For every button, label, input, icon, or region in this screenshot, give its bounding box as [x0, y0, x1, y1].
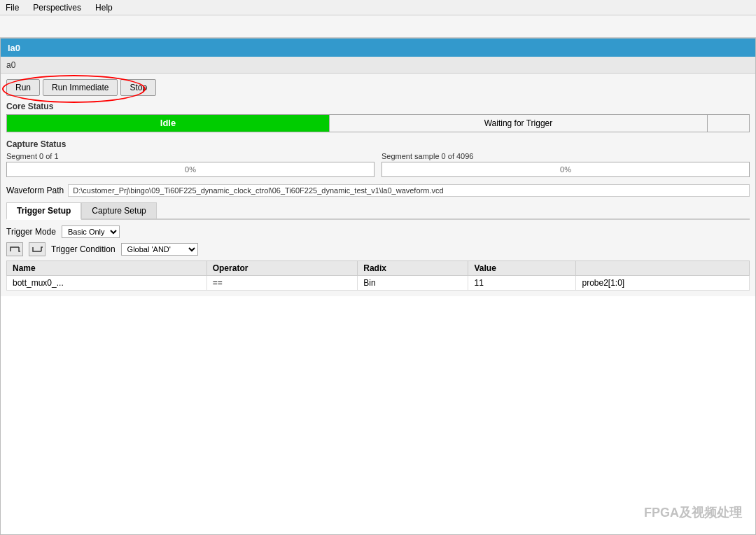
cell-name: bott_mux0_... [7, 276, 207, 291]
trigger-condition-label: Trigger Condition [51, 244, 115, 254]
capture-col-sample: Segment sample 0 of 4096 0% [382, 152, 750, 177]
segment-progress: 0% [6, 162, 374, 177]
trigger-mode-select[interactable]: Basic Only Advanced [62, 225, 120, 238]
sub-tab-row: a0 [1, 57, 755, 74]
menu-file[interactable]: File [3, 2, 22, 13]
run-immediate-button[interactable]: Run Immediate [43, 79, 118, 96]
stop-button[interactable]: Stop [120, 79, 156, 96]
toolbar-area [0, 15, 756, 38]
cell-value: 11 [468, 276, 576, 291]
waveform-path-value: D:\customer_Prj\bingo\09_Ti60F225_dynami… [68, 184, 750, 197]
col-header-value: Value [468, 261, 576, 276]
trigger-condition-select[interactable]: Global 'AND' Global 'OR' [121, 243, 198, 256]
main-panel: la0 a0 Run Run Immediate Stop Core Statu… [0, 38, 756, 535]
col-header-operator: Operator [206, 261, 358, 276]
idle-status: Idle [7, 115, 329, 132]
tab-trigger-setup[interactable]: Trigger Setup [6, 202, 81, 220]
run-button[interactable]: Run [6, 79, 40, 96]
segment-label: Segment 0 of 1 [6, 152, 374, 160]
trigger-mode-row: Trigger Mode Basic Only Advanced [6, 225, 750, 238]
menu-help[interactable]: Help [92, 2, 115, 13]
trigger-table: Name Operator Radix Value bott_mux0_... … [6, 260, 750, 291]
sub-tab-label: a0 [6, 60, 15, 70]
menu-perspectives[interactable]: Perspectives [30, 2, 84, 13]
segment-sample-label: Segment sample 0 of 4096 [382, 152, 750, 160]
cell-operator: == [206, 276, 358, 291]
run-section: Run Run Immediate Stop [6, 79, 750, 96]
capture-status-label: Capture Status [6, 139, 750, 149]
core-status-label: Core Status [6, 102, 750, 111]
col-header-extra [576, 261, 750, 276]
tab-header[interactable]: la0 [1, 39, 755, 57]
waiting-status: Waiting for Trigger [329, 115, 707, 132]
setup-tabs: Trigger Setup Capture Setup [6, 202, 750, 220]
waveform-path-row: Waveform Path D:\customer_Prj\bingo\09_T… [6, 184, 750, 197]
menubar: File Perspectives Help [0, 0, 756, 15]
content-area: Run Run Immediate Stop Core Status Idle … [1, 74, 755, 296]
tab-capture-setup[interactable]: Capture Setup [81, 202, 156, 218]
tab-label: la0 [8, 43, 20, 53]
cell-extra: probe2[1:0] [576, 276, 750, 291]
cell-radix: Bin [358, 276, 468, 291]
falling-edge-icon[interactable] [29, 242, 46, 256]
trigger-icons-row: Trigger Condition Global 'AND' Global 'O… [6, 242, 750, 256]
capture-col-segment: Segment 0 of 1 0% [6, 152, 374, 177]
table-row[interactable]: bott_mux0_... == Bin 11 probe2[1:0] [7, 276, 750, 291]
segment-pct: 0% [185, 165, 196, 174]
core-status-row: Idle Waiting for Trigger [6, 114, 750, 132]
capture-status: Capture Status Segment 0 of 1 0% Segment… [6, 139, 750, 177]
capture-row: Segment 0 of 1 0% Segment sample 0 of 40… [6, 152, 750, 177]
waveform-path-label: Waveform Path [6, 186, 64, 195]
segment-sample-pct: 0% [560, 165, 571, 174]
col-header-name: Name [7, 261, 207, 276]
segment-sample-progress: 0% [382, 162, 750, 177]
status-empty [707, 115, 749, 132]
col-header-radix: Radix [358, 261, 468, 276]
trigger-mode-label: Trigger Mode [6, 227, 56, 237]
rising-edge-icon[interactable] [6, 242, 23, 256]
